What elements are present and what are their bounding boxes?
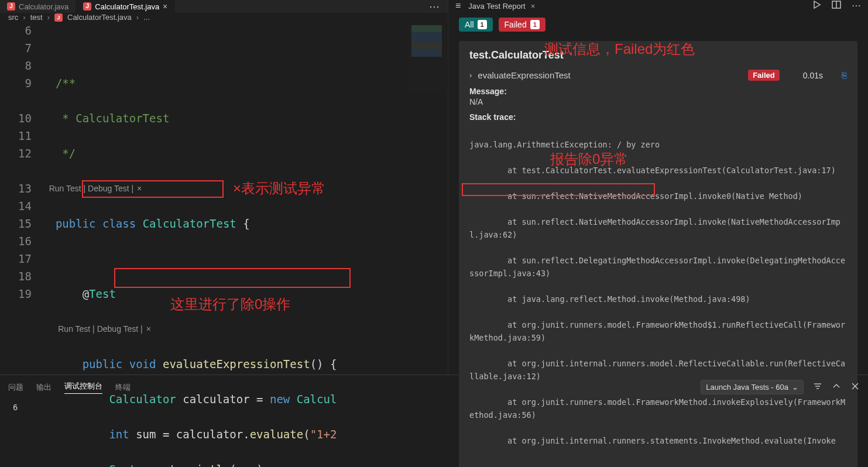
run-icon[interactable]: [812, 0, 821, 12]
count-badge: 1: [478, 20, 487, 29]
message-value: N/A: [469, 97, 847, 107]
codelens-run-test[interactable]: Run Test: [49, 184, 81, 193]
tab-calculatortest[interactable]: J CalculatorTest.java ×: [76, 0, 175, 13]
filter-row: All 1 Failed 1: [448, 12, 868, 39]
chevron-down-icon: ⌄: [792, 383, 798, 392]
count-badge: 1: [530, 20, 540, 29]
tab-label: CalculatorTest.java: [95, 2, 159, 11]
chevron-right-icon[interactable]: ›: [469, 71, 472, 80]
crumb-more[interactable]: ...: [143, 13, 150, 22]
status-badge: Failed: [748, 70, 780, 81]
crumb-test[interactable]: test: [30, 13, 43, 22]
java-icon: J: [7, 2, 15, 11]
tab-label: Calculator.java: [19, 2, 68, 11]
chevron-right-icon: ›: [23, 13, 25, 22]
filter-failed[interactable]: Failed 1: [499, 18, 545, 32]
copy-icon[interactable]: ⎘: [842, 70, 847, 80]
filter-icon[interactable]: [813, 382, 822, 393]
editor-tabs: J Calculator.java J CalculatorTest.java …: [0, 0, 448, 13]
codelens-run-test[interactable]: Run Test: [58, 324, 90, 334]
maximize-panel-icon[interactable]: [832, 382, 841, 393]
test-fail-icon: ×: [136, 184, 143, 193]
tab-calculator[interactable]: J Calculator.java: [0, 0, 76, 13]
close-icon[interactable]: ×: [163, 2, 167, 11]
annotation-text: 这里进行了除0操作: [170, 295, 290, 314]
trace-label: Stack trace:: [469, 112, 847, 122]
codelens-debug-test[interactable]: Debug Test: [88, 184, 129, 193]
filter-all[interactable]: All 1: [459, 18, 493, 32]
close-panel-icon[interactable]: [850, 382, 860, 393]
message-label: Message:: [469, 87, 847, 96]
stack-trace[interactable]: java.lang.ArithmeticException: / by zero…: [469, 125, 847, 467]
launch-config-select[interactable]: Launch Java Tests - 60a ⌄: [701, 380, 804, 394]
list-icon: ≡: [455, 1, 460, 11]
split-editor-icon[interactable]: [832, 0, 841, 12]
report-tabs: ≡ Java Test Report × ⋯: [448, 0, 868, 12]
more-icon[interactable]: ⋯: [852, 0, 861, 12]
duration: 0.01s: [803, 71, 823, 80]
codelens-debug-test[interactable]: Debug Test: [97, 324, 139, 334]
line-gutter: 678 9 1011 12 1314 151617 1819: [0, 22, 42, 467]
tab-test-report[interactable]: Java Test Report ×: [464, 2, 540, 11]
crumb-src[interactable]: src: [8, 13, 18, 22]
code-editor[interactable]: 678 9 1011 12 1314 151617 1819 /** * Cal…: [0, 22, 448, 467]
annotation-text: 报告除0异常: [550, 150, 628, 169]
java-icon: J: [83, 2, 91, 11]
annotation-text: 测试信息，Failed为红色: [544, 40, 695, 59]
tab-label: Java Test Report: [468, 2, 525, 11]
breadcrumb[interactable]: src › test › J CalculatorTest.java › ...: [0, 13, 448, 22]
test-fail-icon: ×: [145, 324, 152, 334]
test-method-name[interactable]: evaluateExpressionTest: [478, 70, 570, 80]
crumb-file[interactable]: CalculatorTest.java: [67, 13, 132, 22]
annotation-text: ×表示测试异常: [233, 179, 325, 198]
more-actions-icon[interactable]: ⋯: [421, 0, 448, 13]
close-icon[interactable]: ×: [531, 2, 536, 11]
chevron-right-icon: ›: [136, 13, 139, 22]
java-icon: J: [54, 13, 63, 22]
chevron-right-icon: ›: [47, 13, 50, 22]
